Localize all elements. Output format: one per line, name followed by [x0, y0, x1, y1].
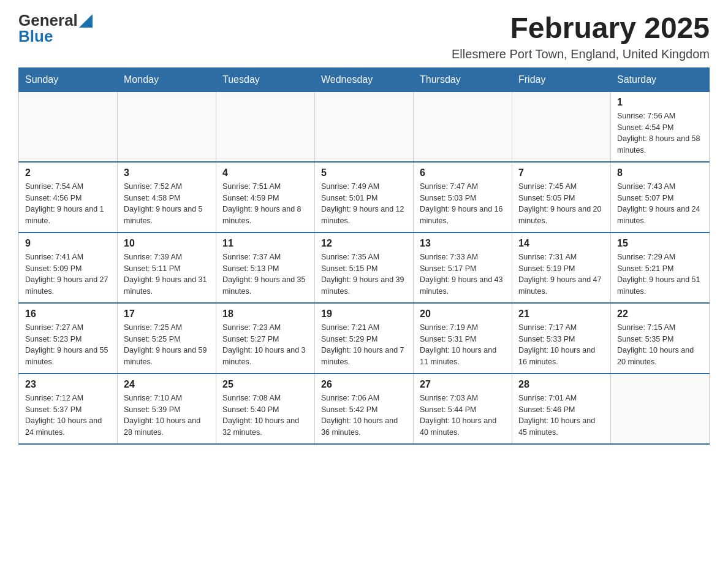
- calendar-cell: 5Sunrise: 7:49 AMSunset: 5:01 PMDaylight…: [315, 162, 414, 232]
- calendar-cell: 9Sunrise: 7:41 AMSunset: 5:09 PMDaylight…: [19, 232, 118, 303]
- day-number: 11: [222, 238, 308, 249]
- day-info: Sunrise: 7:06 AMSunset: 5:42 PMDaylight:…: [321, 393, 407, 439]
- day-number: 9: [25, 238, 111, 249]
- day-info: Sunrise: 7:17 AMSunset: 5:33 PMDaylight:…: [518, 322, 604, 368]
- day-info: Sunrise: 7:03 AMSunset: 5:44 PMDaylight:…: [420, 393, 506, 439]
- calendar-header: SundayMondayTuesdayWednesdayThursdayFrid…: [19, 67, 710, 91]
- day-number: 23: [25, 379, 111, 390]
- day-number: 2: [25, 167, 111, 178]
- day-number: 26: [321, 379, 407, 390]
- day-number: 28: [518, 379, 604, 390]
- calendar-table: SundayMondayTuesdayWednesdayThursdayFrid…: [18, 67, 710, 445]
- day-number: 10: [124, 238, 210, 249]
- day-number: 20: [420, 308, 506, 320]
- page-header: General Blue February 2025 Ellesmere Por…: [18, 12, 710, 61]
- day-number: 13: [420, 238, 506, 249]
- day-number: 8: [617, 167, 703, 178]
- calendar-cell: [315, 91, 414, 162]
- calendar-cell: [19, 91, 118, 162]
- day-info: Sunrise: 7:25 AMSunset: 5:25 PMDaylight:…: [124, 322, 210, 368]
- calendar-cell: [118, 91, 216, 162]
- day-info: Sunrise: 7:54 AMSunset: 4:56 PMDaylight:…: [25, 181, 111, 227]
- calendar-cell: 15Sunrise: 7:29 AMSunset: 5:21 PMDayligh…: [611, 232, 710, 303]
- day-number: 7: [518, 167, 604, 178]
- day-number: 6: [420, 167, 506, 178]
- location-title: Ellesmere Port Town, England, United Kin…: [452, 47, 710, 61]
- weekday-header-monday: Monday: [118, 67, 216, 91]
- day-number: 24: [124, 379, 210, 390]
- calendar-week-row: 23Sunrise: 7:12 AMSunset: 5:37 PMDayligh…: [19, 373, 710, 444]
- month-title: February 2025: [452, 12, 710, 45]
- day-number: 27: [420, 379, 506, 390]
- day-number: 3: [124, 167, 210, 178]
- calendar-cell: [216, 91, 315, 162]
- calendar-cell: 8Sunrise: 7:43 AMSunset: 5:07 PMDaylight…: [611, 162, 710, 232]
- logo: General Blue: [18, 12, 93, 44]
- calendar-cell: 6Sunrise: 7:47 AMSunset: 5:03 PMDaylight…: [414, 162, 512, 232]
- weekday-header-sunday: Sunday: [19, 67, 118, 91]
- day-number: 25: [222, 379, 308, 390]
- day-info: Sunrise: 7:10 AMSunset: 5:39 PMDaylight:…: [124, 393, 210, 439]
- day-number: 1: [617, 97, 703, 108]
- weekday-header-saturday: Saturday: [611, 67, 710, 91]
- weekday-header-wednesday: Wednesday: [315, 67, 414, 91]
- calendar-cell: 10Sunrise: 7:39 AMSunset: 5:11 PMDayligh…: [118, 232, 216, 303]
- day-number: 14: [518, 238, 604, 249]
- day-info: Sunrise: 7:01 AMSunset: 5:46 PMDaylight:…: [518, 393, 604, 439]
- weekday-header-thursday: Thursday: [414, 67, 512, 91]
- day-info: Sunrise: 7:08 AMSunset: 5:40 PMDaylight:…: [222, 393, 308, 439]
- calendar-week-row: 9Sunrise: 7:41 AMSunset: 5:09 PMDaylight…: [19, 232, 710, 303]
- calendar-cell: [414, 91, 512, 162]
- day-info: Sunrise: 7:12 AMSunset: 5:37 PMDaylight:…: [25, 393, 111, 439]
- day-info: Sunrise: 7:56 AMSunset: 4:54 PMDaylight:…: [617, 110, 703, 156]
- day-info: Sunrise: 7:29 AMSunset: 5:21 PMDaylight:…: [617, 251, 703, 297]
- day-info: Sunrise: 7:41 AMSunset: 5:09 PMDaylight:…: [25, 251, 111, 297]
- day-info: Sunrise: 7:49 AMSunset: 5:01 PMDaylight:…: [321, 181, 407, 227]
- calendar-cell: 20Sunrise: 7:19 AMSunset: 5:31 PMDayligh…: [414, 303, 512, 373]
- day-number: 4: [222, 167, 308, 178]
- calendar-cell: 28Sunrise: 7:01 AMSunset: 5:46 PMDayligh…: [512, 373, 611, 444]
- calendar-cell: 1Sunrise: 7:56 AMSunset: 4:54 PMDaylight…: [611, 91, 710, 162]
- calendar-week-row: 16Sunrise: 7:27 AMSunset: 5:23 PMDayligh…: [19, 303, 710, 373]
- calendar-cell: 3Sunrise: 7:52 AMSunset: 4:58 PMDaylight…: [118, 162, 216, 232]
- day-info: Sunrise: 7:35 AMSunset: 5:15 PMDaylight:…: [321, 251, 407, 297]
- calendar-cell: 23Sunrise: 7:12 AMSunset: 5:37 PMDayligh…: [19, 373, 118, 444]
- day-number: 21: [518, 308, 604, 320]
- day-info: Sunrise: 7:15 AMSunset: 5:35 PMDaylight:…: [617, 322, 703, 368]
- day-number: 16: [25, 308, 111, 320]
- calendar-cell: 11Sunrise: 7:37 AMSunset: 5:13 PMDayligh…: [216, 232, 315, 303]
- svg-marker-0: [79, 14, 93, 28]
- day-info: Sunrise: 7:37 AMSunset: 5:13 PMDaylight:…: [222, 251, 308, 297]
- logo-blue: Blue: [18, 28, 93, 44]
- day-info: Sunrise: 7:19 AMSunset: 5:31 PMDaylight:…: [420, 322, 506, 368]
- calendar-cell: 25Sunrise: 7:08 AMSunset: 5:40 PMDayligh…: [216, 373, 315, 444]
- weekday-header-friday: Friday: [512, 67, 611, 91]
- calendar-cell: 17Sunrise: 7:25 AMSunset: 5:25 PMDayligh…: [118, 303, 216, 373]
- calendar-cell: 16Sunrise: 7:27 AMSunset: 5:23 PMDayligh…: [19, 303, 118, 373]
- day-info: Sunrise: 7:43 AMSunset: 5:07 PMDaylight:…: [617, 181, 703, 227]
- calendar-cell: [611, 373, 710, 444]
- day-info: Sunrise: 7:45 AMSunset: 5:05 PMDaylight:…: [518, 181, 604, 227]
- calendar-cell: 24Sunrise: 7:10 AMSunset: 5:39 PMDayligh…: [118, 373, 216, 444]
- day-number: 17: [124, 308, 210, 320]
- day-info: Sunrise: 7:39 AMSunset: 5:11 PMDaylight:…: [124, 251, 210, 297]
- calendar-cell: 26Sunrise: 7:06 AMSunset: 5:42 PMDayligh…: [315, 373, 414, 444]
- calendar-cell: 18Sunrise: 7:23 AMSunset: 5:27 PMDayligh…: [216, 303, 315, 373]
- calendar-cell: [512, 91, 611, 162]
- weekday-header-row: SundayMondayTuesdayWednesdayThursdayFrid…: [19, 67, 710, 91]
- calendar-cell: 13Sunrise: 7:33 AMSunset: 5:17 PMDayligh…: [414, 232, 512, 303]
- day-info: Sunrise: 7:31 AMSunset: 5:19 PMDaylight:…: [518, 251, 604, 297]
- day-number: 12: [321, 238, 407, 249]
- day-number: 5: [321, 167, 407, 178]
- calendar-cell: 7Sunrise: 7:45 AMSunset: 5:05 PMDaylight…: [512, 162, 611, 232]
- calendar-week-row: 1Sunrise: 7:56 AMSunset: 4:54 PMDaylight…: [19, 91, 710, 162]
- calendar-body: 1Sunrise: 7:56 AMSunset: 4:54 PMDaylight…: [19, 91, 710, 444]
- weekday-header-tuesday: Tuesday: [216, 67, 315, 91]
- calendar-cell: 19Sunrise: 7:21 AMSunset: 5:29 PMDayligh…: [315, 303, 414, 373]
- day-info: Sunrise: 7:27 AMSunset: 5:23 PMDaylight:…: [25, 322, 111, 368]
- day-number: 22: [617, 308, 703, 320]
- day-number: 15: [617, 238, 703, 249]
- day-number: 18: [222, 308, 308, 320]
- calendar-week-row: 2Sunrise: 7:54 AMSunset: 4:56 PMDaylight…: [19, 162, 710, 232]
- calendar-cell: 21Sunrise: 7:17 AMSunset: 5:33 PMDayligh…: [512, 303, 611, 373]
